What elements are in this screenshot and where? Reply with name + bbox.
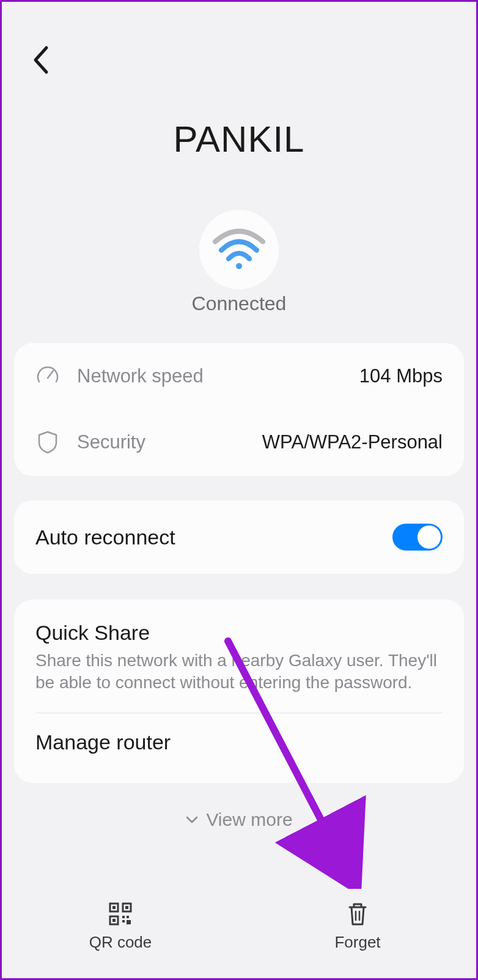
auto-reconnect-toggle[interactable] [392, 524, 443, 551]
svg-rect-5 [125, 906, 128, 909]
trash-icon [346, 901, 369, 927]
toggle-knob [417, 525, 441, 549]
svg-point-0 [236, 263, 242, 269]
shield-icon [35, 430, 60, 455]
svg-rect-7 [112, 919, 116, 922]
speedometer-icon [35, 364, 60, 388]
svg-rect-9 [127, 916, 129, 918]
bottom-action-bar: QR code Forget [2, 893, 476, 960]
quick-share-description: Share this network with a nearby Galaxy … [35, 650, 443, 694]
network-details-card: Network speed 104 Mbps Security WPA/WPA2… [14, 343, 464, 476]
wifi-status-icon-wrap [199, 210, 279, 289]
options-card: Quick Share Share this network with a ne… [14, 600, 464, 783]
qr-code-button[interactable]: QR code [2, 893, 239, 960]
connection-status: Connected [2, 292, 476, 315]
speed-value: 104 Mbps [359, 365, 443, 387]
network-speed-row: Network speed 104 Mbps [35, 343, 443, 409]
quick-share-title: Quick Share [35, 621, 443, 645]
security-row: Security WPA/WPA2-Personal [35, 409, 443, 475]
svg-rect-10 [122, 920, 125, 922]
quick-share-row[interactable]: Quick Share Share this network with a ne… [35, 621, 443, 694]
forget-button[interactable]: Forget [239, 893, 476, 960]
auto-reconnect-label: Auto reconnect [35, 525, 175, 549]
chevron-down-icon [185, 815, 199, 824]
svg-rect-11 [127, 920, 131, 924]
svg-rect-3 [112, 906, 116, 909]
view-more-button[interactable]: View more [2, 809, 476, 830]
forget-label: Forget [334, 933, 380, 952]
manage-router-row[interactable]: Manage router [35, 713, 443, 771]
svg-rect-8 [122, 916, 125, 918]
qr-code-label: QR code [89, 933, 152, 952]
view-more-label: View more [206, 809, 292, 830]
network-name-title: PANKIL [2, 118, 476, 160]
security-value: WPA/WPA2-Personal [262, 431, 443, 453]
security-label: Security [77, 431, 262, 453]
auto-reconnect-card[interactable]: Auto reconnect [14, 500, 464, 574]
back-button[interactable] [26, 45, 57, 75]
speed-label: Network speed [77, 365, 359, 387]
wifi-icon [211, 228, 267, 271]
chevron-left-icon [32, 45, 51, 75]
qr-code-icon [108, 901, 133, 927]
svg-line-1 [48, 371, 53, 378]
